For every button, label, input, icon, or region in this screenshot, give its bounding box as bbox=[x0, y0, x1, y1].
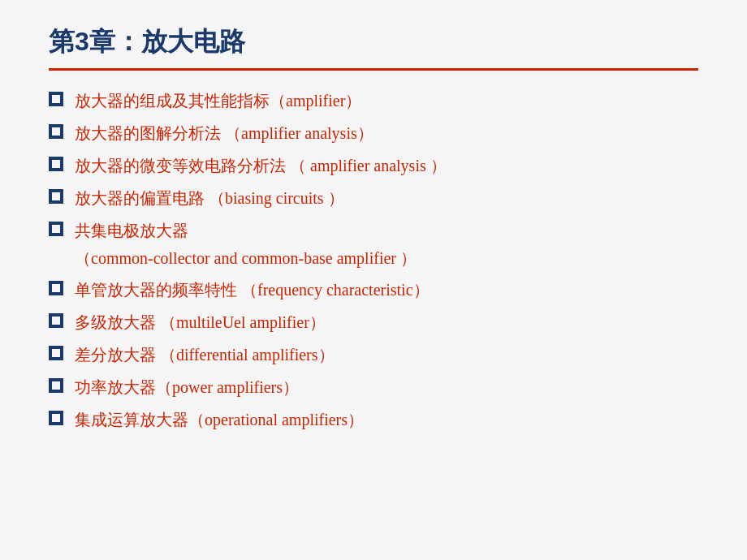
checkbox-icon bbox=[49, 92, 63, 106]
item-text: 差分放大器 （differential amplifiers） bbox=[75, 342, 698, 367]
item-text: 共集电极放大器 bbox=[75, 218, 698, 243]
item-text: 多级放大器 （multileUel amplifier） bbox=[75, 310, 698, 334]
list-item: 多级放大器 （multileUel amplifier） bbox=[49, 310, 698, 334]
item-text: 放大器的偏置电路 （biasing circuits ） bbox=[75, 186, 698, 210]
item-text: 放大器的微变等效电路分析法 （ amplifier analysis ） bbox=[75, 153, 698, 178]
list-item: 放大器的微变等效电路分析法 （ amplifier analysis ） bbox=[49, 153, 698, 178]
title-section: 第3章：放大电路 bbox=[49, 24, 698, 71]
checkbox-icon bbox=[49, 378, 63, 393]
checkbox-icon bbox=[49, 313, 63, 328]
content-list: 放大器的组成及其性能指标（amplifier）放大器的图解分析法 （amplif… bbox=[49, 88, 698, 432]
slide: 第3章：放大电路 放大器的组成及其性能指标（amplifier）放大器的图解分析… bbox=[0, 0, 747, 560]
list-item: 功率放大器（power amplifiers） bbox=[49, 375, 698, 399]
checkbox-icon bbox=[49, 346, 63, 360]
title-divider bbox=[49, 68, 698, 71]
checkbox-icon bbox=[49, 124, 63, 139]
checkbox-icon bbox=[49, 157, 63, 171]
list-item: 放大器的组成及其性能指标（amplifier） bbox=[49, 88, 698, 113]
checkbox-icon bbox=[49, 189, 63, 204]
item-text: 集成运算放大器（operational amplifiers） bbox=[75, 407, 698, 432]
checkbox-icon bbox=[49, 222, 63, 236]
checkbox-icon bbox=[49, 411, 63, 425]
item-text: 单管放大器的频率特性 （frequency characteristic） bbox=[75, 278, 698, 302]
checkbox-icon bbox=[49, 281, 63, 295]
item-text: 放大器的图解分析法 （amplifier analysis） bbox=[75, 121, 698, 145]
list-item: 放大器的图解分析法 （amplifier analysis） bbox=[49, 121, 698, 145]
list-item: 单管放大器的频率特性 （frequency characteristic） bbox=[49, 278, 698, 302]
list-item: 共集电极放大器 bbox=[49, 218, 698, 243]
list-item: 差分放大器 （differential amplifiers） bbox=[49, 342, 698, 367]
item-text: 放大器的组成及其性能指标（amplifier） bbox=[75, 88, 698, 113]
list-item: 放大器的偏置电路 （biasing circuits ） bbox=[49, 186, 698, 210]
item-subtext: （common-collector and common-base amplif… bbox=[75, 248, 698, 269]
list-item: 集成运算放大器（operational amplifiers） bbox=[49, 407, 698, 432]
slide-title: 第3章：放大电路 bbox=[49, 24, 698, 60]
item-text: 功率放大器（power amplifiers） bbox=[75, 375, 698, 399]
